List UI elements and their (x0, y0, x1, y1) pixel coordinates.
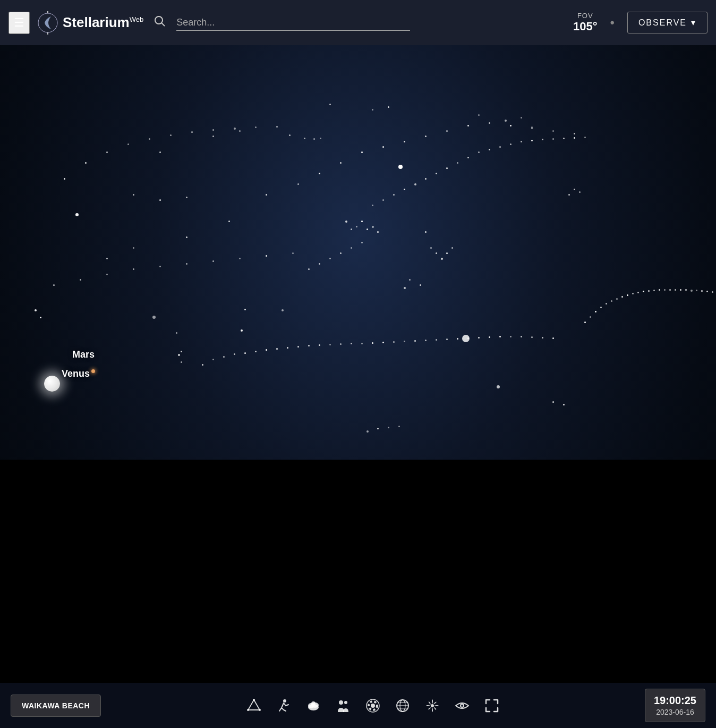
star (611, 300, 612, 302)
datetime-display[interactable]: 19:00:25 2023-06-16 (645, 689, 705, 722)
star (499, 146, 501, 148)
svg-marker-5 (248, 700, 260, 710)
star (404, 341, 405, 342)
sky-view[interactable]: Venus Mars N (0, 45, 716, 683)
star (372, 226, 374, 228)
globe-icon[interactable] (393, 696, 412, 715)
star (398, 426, 400, 427)
star (106, 151, 108, 153)
star (505, 120, 507, 122)
star (152, 316, 156, 319)
star (388, 427, 389, 428)
star (685, 289, 687, 291)
star (414, 340, 416, 342)
date-display: 2023-06-16 (654, 708, 696, 716)
star (181, 361, 182, 363)
star (377, 231, 379, 233)
star (80, 279, 81, 281)
clouds-icon[interactable] (304, 696, 323, 715)
svg-point-9 (283, 699, 286, 702)
star (457, 338, 458, 340)
star (637, 292, 639, 293)
people-icon[interactable] (334, 696, 353, 715)
hamburger-icon: ☰ (14, 16, 24, 29)
star (377, 428, 379, 429)
fov-label: FOV (577, 12, 593, 20)
star (499, 336, 501, 337)
star (664, 289, 666, 291)
star (701, 290, 703, 292)
svg-point-15 (344, 701, 347, 704)
star (425, 231, 427, 233)
star (675, 289, 676, 291)
star (457, 162, 458, 164)
svg-point-7 (259, 709, 261, 711)
star (621, 296, 623, 298)
menu-button[interactable]: ☰ (8, 12, 30, 34)
settings-icon[interactable] (363, 696, 382, 715)
star (372, 205, 373, 206)
star (606, 303, 607, 304)
star (478, 151, 480, 153)
time-display: 19:00:25 (654, 695, 696, 707)
star (212, 359, 214, 360)
star (329, 344, 331, 345)
star (159, 199, 161, 201)
star (178, 354, 180, 356)
separator: • (610, 15, 615, 30)
star (382, 342, 384, 343)
star (441, 258, 443, 260)
star (292, 252, 294, 254)
star (255, 126, 257, 128)
star (320, 138, 321, 139)
star (170, 134, 172, 136)
star (574, 133, 575, 134)
star (382, 146, 384, 148)
star (632, 293, 634, 294)
star (510, 336, 512, 337)
star (239, 130, 241, 132)
observe-label: OBSERVE (638, 18, 687, 28)
star (712, 291, 713, 293)
svg-point-17 (371, 704, 375, 708)
star (234, 353, 235, 355)
search-icon[interactable] (150, 13, 170, 32)
star (393, 341, 395, 343)
star (329, 258, 331, 259)
fullscreen-icon[interactable] (482, 696, 501, 715)
star (356, 226, 357, 227)
star (289, 134, 291, 136)
star (106, 258, 108, 259)
fan-icon[interactable] (423, 696, 442, 715)
star (319, 173, 320, 174)
star (276, 126, 278, 128)
star (329, 104, 331, 105)
star (497, 385, 500, 388)
star (186, 197, 187, 198)
star (266, 194, 267, 196)
star (308, 345, 310, 346)
star (176, 332, 177, 334)
star (436, 173, 437, 174)
star (159, 266, 161, 267)
star (398, 165, 403, 169)
star (404, 189, 405, 190)
star (351, 247, 352, 249)
star (404, 287, 406, 289)
star (64, 178, 65, 180)
constellation-lines-icon[interactable] (244, 696, 263, 715)
star (595, 311, 596, 312)
star (266, 255, 267, 257)
chevron-down-icon: ▾ (691, 18, 696, 28)
search-input[interactable] (176, 15, 410, 31)
star (85, 162, 87, 164)
svg-line-4 (162, 23, 165, 27)
location-button[interactable]: WAIKAWA BEACH (11, 695, 101, 717)
star (244, 352, 246, 354)
star (451, 247, 453, 249)
star (590, 316, 591, 318)
eye-icon[interactable] (453, 696, 472, 715)
star (223, 356, 225, 358)
observe-button[interactable]: OBSERVE ▾ (627, 12, 708, 33)
person-running-icon[interactable] (274, 696, 293, 715)
